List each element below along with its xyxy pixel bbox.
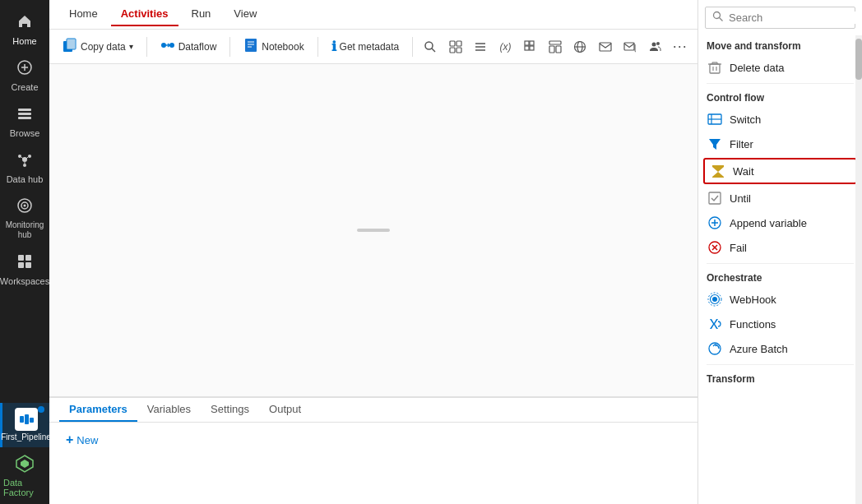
sidebar-item-datafactory[interactable]: Data Factory [0, 447, 49, 504]
svg-line-10 [21, 157, 23, 159]
workspaces-icon [16, 253, 33, 274]
svg-rect-27 [67, 39, 76, 49]
copy-data-button[interactable]: Copy data ▾ [56, 35, 140, 58]
mail2-btn[interactable] [619, 35, 641, 58]
drag-indicator [357, 229, 390, 232]
svg-rect-19 [25, 262, 31, 268]
svg-marker-73 [712, 165, 724, 178]
pipeline-icon [15, 408, 38, 431]
activity-azure-batch[interactable]: Azure Batch [698, 336, 862, 361]
create-icon [16, 59, 33, 80]
svg-point-9 [23, 164, 26, 167]
tab-parameters[interactable]: Parameters [59, 398, 137, 422]
sidebar-item-workspaces-label: Workspaces [0, 276, 49, 286]
scrollbar-thumb[interactable] [855, 39, 862, 80]
svg-rect-74 [709, 192, 721, 204]
sidebar-item-home-label: Home [12, 36, 36, 46]
copy-data-label: Copy data [81, 41, 126, 53]
delete-data-label: Delete data [730, 62, 785, 74]
tab-variables[interactable]: Variables [137, 398, 201, 422]
tab-activities[interactable]: Activities [111, 2, 178, 26]
pipeline-item[interactable]: First_Pipeline [0, 403, 49, 447]
top-nav: Home Activities Run View [49, 0, 697, 30]
dot-badge [38, 406, 44, 413]
pipeline-view-btn[interactable] [445, 35, 466, 58]
sidebar-item-workspaces[interactable]: Workspaces [0, 247, 49, 293]
delete-data-icon [707, 59, 723, 76]
notebook-button[interactable]: Notebook [237, 35, 310, 58]
activity-delete-data[interactable]: Delete data [698, 55, 862, 80]
tab-run[interactable]: Run [182, 2, 221, 26]
svg-point-37 [425, 42, 433, 49]
layout-btn[interactable] [545, 35, 566, 58]
section-orchestrate-header: Orchestrate [698, 267, 862, 287]
activity-filter[interactable]: Filter [698, 132, 862, 156]
bottom-panel: Parameters Variables Settings Output + N… [49, 397, 697, 504]
notebook-label: Notebook [262, 41, 304, 53]
tab-view[interactable]: View [224, 2, 266, 26]
sidebar-item-browse[interactable]: Browse [0, 99, 49, 145]
functions-label: Functions [730, 318, 776, 331]
tab-settings[interactable]: Settings [201, 398, 259, 422]
sidebar-item-monitoring[interactable]: Monitoringhub [0, 191, 49, 247]
activity-webhook[interactable]: WebHook [698, 287, 862, 312]
expression-btn[interactable]: (x) [494, 35, 516, 58]
search-icon [712, 11, 724, 25]
sidebar: Home Create Browse Data hub Monitoringhu… [0, 0, 49, 504]
append-variable-icon [707, 215, 723, 231]
list-view-btn[interactable] [470, 35, 491, 58]
svg-rect-20 [20, 416, 24, 423]
svg-point-7 [18, 155, 21, 158]
browse-icon [16, 105, 33, 126]
append-variable-label: Append variable [730, 217, 807, 229]
datafactory-label: Data Factory [3, 478, 46, 497]
svg-rect-40 [456, 41, 461, 46]
activity-wait[interactable]: Wait [703, 158, 857, 184]
get-metadata-button[interactable]: ℹ Get metadata [325, 35, 406, 58]
svg-point-59 [656, 42, 660, 45]
sidebar-item-create[interactable]: Create [0, 53, 49, 99]
svg-marker-24 [21, 460, 29, 468]
monitoring-icon [16, 197, 33, 218]
svg-point-8 [28, 155, 31, 158]
activity-fail[interactable]: Fail [698, 235, 862, 260]
toolbar-divider-1 [146, 37, 147, 57]
mail1-btn[interactable] [595, 35, 616, 58]
globe-btn[interactable] [569, 35, 591, 58]
main-content: Home Activities Run View Copy data ▾ Dat… [49, 0, 697, 504]
activity-switch[interactable]: Switch [698, 107, 862, 132]
search-input[interactable] [729, 12, 862, 24]
more-btn[interactable]: ··· [670, 35, 691, 58]
toolbar-divider-2 [229, 37, 230, 57]
sidebar-item-datahub[interactable]: Data hub [0, 145, 49, 191]
fail-icon [707, 239, 723, 256]
filter-label: Filter [730, 138, 753, 150]
new-button[interactable]: + New [59, 429, 688, 451]
toolbar: Copy data ▾ Dataflow Notebook ℹ Get meta… [49, 30, 697, 64]
svg-rect-4 [18, 113, 31, 115]
copy-data-icon [63, 38, 77, 55]
functions-icon [707, 316, 723, 332]
svg-rect-42 [456, 48, 461, 53]
teams-btn[interactable] [644, 35, 665, 58]
tab-home[interactable]: Home [59, 2, 108, 26]
search-box [705, 7, 855, 29]
activity-append-variable[interactable]: Append variable [698, 210, 862, 235]
azure-batch-icon [707, 340, 723, 357]
activity-functions[interactable]: Functions [698, 312, 862, 336]
svg-rect-49 [530, 46, 534, 50]
search-toolbar-btn[interactable] [419, 35, 441, 58]
svg-point-29 [169, 43, 174, 48]
svg-rect-5 [18, 117, 31, 119]
section-transform-header: Transform [698, 368, 862, 388]
until-icon [707, 190, 723, 206]
dataflow-icon [160, 38, 175, 55]
tab-output[interactable]: Output [259, 398, 311, 422]
grid-btn[interactable] [520, 35, 541, 58]
activity-until[interactable]: Until [698, 186, 862, 210]
section-control-flow-header: Control flow [698, 87, 862, 107]
dataflow-button[interactable]: Dataflow [154, 35, 224, 58]
svg-point-6 [22, 157, 27, 162]
activities-list: Move and transform Delete data Control f… [698, 35, 862, 504]
sidebar-item-home[interactable]: Home [0, 7, 49, 53]
